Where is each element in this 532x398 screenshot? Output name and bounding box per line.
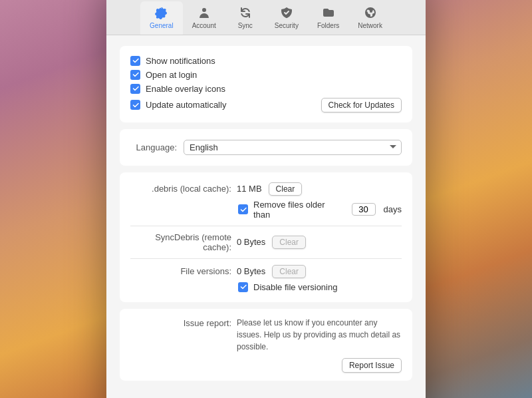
tab-security-label: Security bbox=[275, 22, 299, 29]
update-auto-label: Update automatically bbox=[146, 100, 226, 110]
remove-files-row: Remove files older than days bbox=[130, 198, 402, 222]
language-select[interactable]: English French German Spanish bbox=[184, 140, 402, 155]
issue-report-label: Issue report: bbox=[130, 317, 237, 328]
update-auto-checkbox[interactable] bbox=[130, 100, 140, 110]
folders-icon bbox=[321, 5, 336, 20]
days-input[interactable] bbox=[352, 203, 376, 216]
check-updates-button[interactable]: Check for Updates bbox=[321, 98, 402, 112]
open-at-login-row: Open at login bbox=[130, 68, 402, 82]
file-versions-label: File versions: bbox=[130, 266, 237, 276]
sync-debris-label: SyncDebris (remote cache): bbox=[130, 232, 237, 252]
enable-overlay-row: Enable overlay icons bbox=[130, 82, 402, 96]
network-icon bbox=[363, 5, 378, 20]
issue-report-section: Issue report: Please let us know if you … bbox=[120, 309, 412, 381]
clear-sync-debris-button[interactable]: Clear bbox=[272, 236, 306, 249]
account-icon bbox=[197, 5, 211, 20]
debris-label: .debris (local cache): bbox=[130, 184, 237, 194]
sync-icon bbox=[238, 5, 253, 20]
file-versions-row: File versions: 0 Bytes Clear bbox=[130, 263, 402, 280]
report-issue-button[interactable]: Report Issue bbox=[342, 358, 402, 373]
issue-header: Issue report: Please let us know if you … bbox=[130, 317, 402, 353]
update-auto-row: Update automatically Check for Updates bbox=[130, 96, 402, 114]
tab-security[interactable]: Security bbox=[265, 1, 308, 35]
tab-sync-label: Sync bbox=[238, 22, 253, 29]
security-icon bbox=[279, 5, 294, 20]
clear-file-versions-button[interactable]: Clear bbox=[272, 265, 306, 278]
disable-versioning-row: Disable file versioning bbox=[130, 280, 402, 294]
debris-row: .debris (local cache): 11 MB Clear bbox=[130, 180, 402, 198]
show-notifications-row: Show notifications bbox=[130, 54, 402, 68]
remove-files-checkbox[interactable] bbox=[238, 204, 248, 214]
cache-section: .debris (local cache): 11 MB Clear Remov… bbox=[120, 172, 412, 302]
tab-network[interactable]: Network bbox=[348, 1, 392, 35]
tab-sync[interactable]: Sync bbox=[225, 1, 265, 35]
content-area: Show notifications Open at login Enable … bbox=[106, 35, 426, 398]
report-align: Report Issue bbox=[130, 355, 402, 373]
tab-general-label: General bbox=[150, 22, 174, 29]
separator-2 bbox=[130, 258, 402, 259]
notifications-section: Show notifications Open at login Enable … bbox=[120, 46, 412, 122]
tab-account-label: Account bbox=[192, 22, 216, 29]
titlebar: Preferences General Account bbox=[106, 0, 426, 35]
language-section: Language: English French German Spanish bbox=[120, 129, 412, 166]
file-versions-value: 0 Bytes bbox=[237, 266, 265, 276]
tab-folders-label: Folders bbox=[317, 22, 339, 29]
tab-general[interactable]: General bbox=[140, 1, 183, 35]
issue-report-text: Please let us know if you encounter any … bbox=[237, 317, 402, 353]
open-at-login-label: Open at login bbox=[146, 70, 197, 80]
toolbar: General Account Sync bbox=[140, 0, 392, 35]
tab-network-label: Network bbox=[358, 22, 382, 29]
sync-debris-row: SyncDebris (remote cache): 0 Bytes Clear bbox=[130, 230, 402, 254]
language-row: Language: English French German Spanish bbox=[130, 137, 402, 158]
remove-files-label: Remove files older than bbox=[253, 200, 344, 220]
show-notifications-checkbox[interactable] bbox=[130, 56, 140, 66]
clear-debris-button[interactable]: Clear bbox=[269, 182, 303, 196]
gear-icon bbox=[154, 5, 169, 20]
sync-debris-value: 0 Bytes bbox=[237, 237, 265, 247]
tab-account[interactable]: Account bbox=[183, 1, 225, 35]
disable-versioning-label: Disable file versioning bbox=[253, 282, 337, 292]
preferences-window: Preferences General Account bbox=[106, 0, 426, 398]
language-label: Language: bbox=[130, 142, 177, 152]
debris-value: 11 MB bbox=[237, 184, 262, 194]
show-notifications-label: Show notifications bbox=[146, 56, 215, 66]
tab-folders[interactable]: Folders bbox=[308, 1, 348, 35]
open-at-login-checkbox[interactable] bbox=[130, 70, 140, 80]
enable-overlay-label: Enable overlay icons bbox=[146, 84, 225, 94]
days-label: days bbox=[384, 204, 402, 214]
enable-overlay-checkbox[interactable] bbox=[130, 84, 140, 94]
disable-versioning-checkbox[interactable] bbox=[238, 282, 248, 292]
separator-1 bbox=[130, 226, 402, 226]
